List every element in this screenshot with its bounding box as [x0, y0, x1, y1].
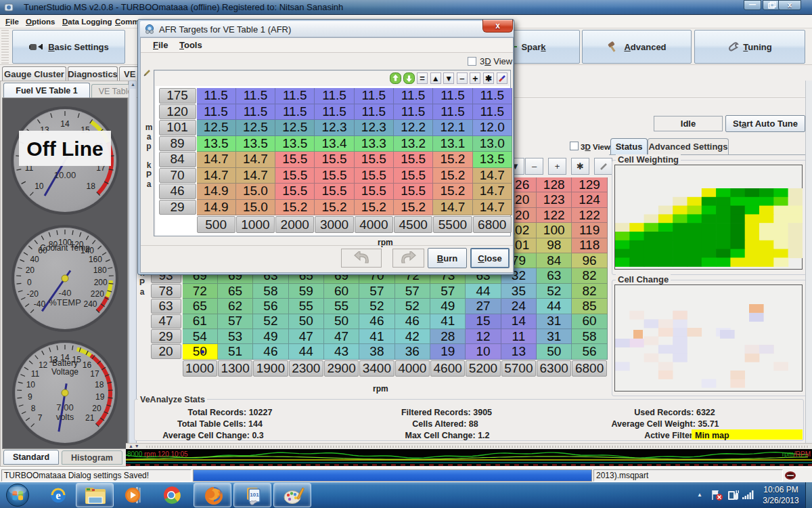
- svg-text:14: 14: [60, 119, 70, 129]
- svg-text:e: e: [55, 489, 61, 502]
- svg-text:12: 12: [39, 360, 48, 370]
- svg-text:220: 220: [91, 289, 104, 299]
- svg-text:-20: -20: [27, 289, 39, 299]
- svg-text:240: 240: [83, 299, 97, 309]
- svg-text:7: 7: [38, 413, 43, 423]
- svg-text:10.00: 10.00: [54, 170, 76, 180]
- svg-text:0: 0: [27, 278, 32, 287]
- svg-text:rpm/RPM: rpm/RPM: [782, 450, 811, 458]
- svg-text:Coolant Temp: Coolant Temp: [40, 243, 90, 253]
- svg-text:16: 16: [83, 360, 92, 370]
- svg-text:10: 10: [26, 380, 36, 389]
- svg-text:Battery: Battery: [52, 358, 78, 368]
- svg-text:20: 20: [26, 266, 35, 275]
- svg-text:21: 21: [85, 413, 95, 423]
- svg-text:7.00: 7.00: [56, 402, 73, 412]
- svg-text:volts: volts: [56, 412, 74, 422]
- svg-text:-40: -40: [59, 288, 72, 298]
- svg-text:101: 101: [250, 492, 259, 498]
- svg-text:160: 160: [89, 255, 102, 264]
- svg-text:8000 rpm 120 10:05: 8000 rpm 120 10:05: [127, 450, 188, 458]
- svg-text:18: 18: [95, 380, 104, 389]
- svg-text:8: 8: [31, 404, 36, 413]
- svg-text:19: 19: [95, 392, 105, 402]
- svg-text:Off Line: Off Line: [26, 137, 103, 160]
- svg-text:9: 9: [28, 392, 32, 402]
- svg-text:180: 180: [93, 266, 107, 275]
- svg-text:Voltage: Voltage: [51, 367, 78, 377]
- svg-text:40: 40: [30, 255, 39, 264]
- svg-text:17: 17: [90, 369, 99, 379]
- svg-text:11: 11: [31, 369, 40, 379]
- svg-text:%TEMP: %TEMP: [49, 297, 81, 308]
- svg-text:10: 10: [35, 182, 44, 191]
- svg-text:20: 20: [92, 404, 102, 413]
- svg-text:18: 18: [87, 182, 96, 191]
- svg-text:200: 200: [94, 278, 108, 287]
